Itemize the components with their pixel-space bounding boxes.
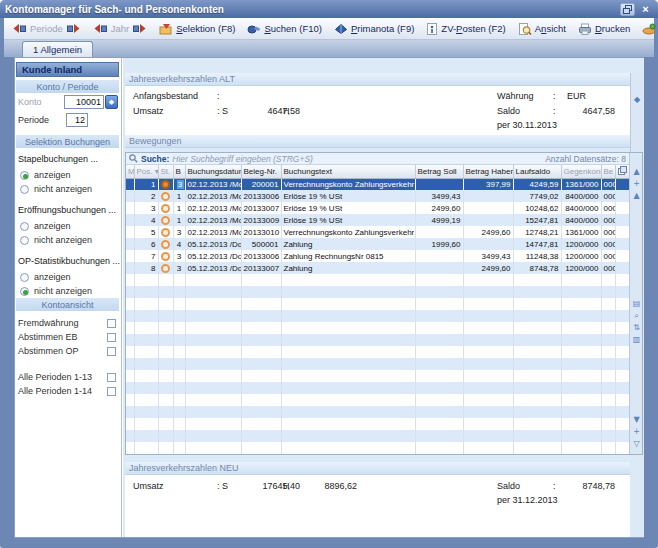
primanota-button[interactable]: Primanota (F9) [330, 22, 418, 36]
table-cell [463, 214, 513, 226]
umsatz-alt-soll-value: 4647,58 [240, 106, 300, 116]
radio-option[interactable]: anzeigen [20, 168, 121, 182]
table-cell: Erlöse 19 % USt [281, 214, 415, 226]
table-row[interactable]: 6405.12.2013 /Do500001Zahlung1999,601474… [126, 238, 629, 250]
add-row-icon[interactable]: + [630, 179, 643, 189]
filter-rows-icon[interactable]: ▥ [630, 335, 643, 345]
checkbox-icon[interactable] [107, 373, 116, 382]
table-cell [415, 358, 463, 370]
column-header[interactable]: St. [158, 165, 173, 178]
periode-forward-button[interactable] [66, 23, 81, 34]
radio-option[interactable]: anzeigen [20, 219, 121, 233]
table-cell: 1200/000 [561, 250, 601, 262]
umsatz-neu-haben-value: 8896,62 [297, 481, 357, 491]
column-header[interactable]: Betrag Soll [415, 165, 463, 178]
table-cell [185, 418, 241, 430]
table-cell [463, 310, 513, 322]
ansicht-button[interactable]: Ansicht [514, 22, 570, 36]
column-header[interactable]: Betrag Haben [463, 165, 513, 178]
radio-icon[interactable] [20, 171, 29, 180]
suchen-button[interactable]: Suchen (F10) [243, 22, 326, 36]
stamp-icon [161, 216, 170, 225]
stamp-icon [161, 204, 170, 213]
scroll-down-icon[interactable]: ▼ [630, 415, 643, 425]
column-header[interactable]: Gegenkonto [561, 165, 601, 178]
periode-input[interactable] [66, 113, 88, 127]
close-window-button[interactable]: × [638, 3, 653, 16]
drucken-button[interactable]: Drucken [574, 22, 634, 36]
table-row[interactable]: 5302.12.2013 /Mo20133010Verrechnungskont… [126, 226, 629, 238]
column-chooser-button[interactable] [615, 165, 629, 178]
radio-option[interactable]: anzeigen [20, 270, 121, 284]
table-row[interactable]: 7305.12.2013 /Do20133006Zahlung Rechnung… [126, 250, 629, 262]
table-cell [173, 370, 185, 382]
column-header[interactable]: Buchungsdatum [185, 165, 241, 178]
scroll-up-icon[interactable]: ▲ [630, 191, 643, 201]
table-cell [561, 322, 601, 334]
table-cell [158, 394, 173, 406]
add-bottom-icon[interactable]: + [630, 427, 643, 437]
table-cell [173, 418, 185, 430]
table-row[interactable]: 4102.12.2013 /Mo20133009Erlöse 19 % USt4… [126, 214, 629, 226]
checkbox-row[interactable]: Alle Perioden 1-13 [18, 370, 116, 384]
scroll-bottom-icon[interactable]: ▽ [630, 439, 643, 449]
restore-window-button[interactable] [620, 3, 635, 16]
table-cell [241, 298, 281, 310]
radio-option[interactable]: nicht anzeigen [20, 284, 121, 298]
sort-icon[interactable]: ⇅ [630, 323, 643, 333]
radio-icon[interactable] [20, 273, 29, 282]
scroll-top-icon[interactable]: ▲ [630, 167, 643, 177]
checkbox-row[interactable]: Fremdwährung [18, 316, 116, 330]
table-cell [513, 394, 561, 406]
radio-icon[interactable] [20, 287, 29, 296]
selektion-button[interactable]: Selektion (F8) [155, 22, 239, 36]
column-header[interactable]: Buchungstext [281, 165, 415, 178]
saldo-alt-value: 4647,58 [553, 106, 615, 116]
column-header[interactable]: M [126, 165, 134, 178]
table-cell [241, 394, 281, 406]
table-row[interactable]: 1302.12.2013 /Mo200001Verrechnungskonto … [126, 178, 629, 190]
zoom-icon[interactable]: ⌕ [630, 311, 643, 321]
table-cell: 000 [601, 250, 615, 262]
column-header[interactable]: Laufsaldo [513, 165, 561, 178]
radio-icon[interactable] [20, 185, 29, 194]
column-header[interactable]: Beleg-Nr. [241, 165, 281, 178]
layout-icon[interactable]: ▤ [630, 299, 643, 309]
column-header[interactable]: Be [601, 165, 615, 178]
checkbox-icon[interactable] [107, 333, 116, 342]
checkbox-icon[interactable] [107, 347, 116, 356]
table-cell [601, 298, 615, 310]
table-row[interactable]: 2102.12.2013 /Mo20133006Erlöse 19 % USt3… [126, 190, 629, 202]
periode-back-button[interactable] [12, 23, 27, 34]
search-input[interactable] [172, 154, 542, 164]
konto-lookup-button[interactable]: ◆ [105, 95, 118, 109]
table-cell [158, 250, 173, 262]
jahr-back-button[interactable] [93, 23, 108, 34]
stamp-icon [161, 240, 170, 249]
radio-icon[interactable] [20, 222, 29, 231]
colon: : [553, 91, 556, 101]
radio-icon[interactable] [20, 236, 29, 245]
checkbox-row[interactable]: Abstimmen EB [18, 330, 116, 344]
column-header[interactable]: Pos. ▾ [134, 165, 158, 178]
table-row[interactable]: 3102.12.2013 /Mo20133007Erlöse 19 % USt2… [126, 202, 629, 214]
column-header[interactable]: B [173, 165, 185, 178]
radio-option[interactable]: nicht anzeigen [20, 233, 121, 247]
table-row[interactable]: 8305.12.2013 /Do20133007Zahlung2499,6087… [126, 262, 629, 274]
checkbox-row[interactable]: Abstimmen OP [18, 344, 116, 358]
checkbox-icon[interactable] [107, 387, 116, 396]
diamond-icon[interactable]: ◆ [631, 95, 643, 104]
checkbox-icon[interactable] [107, 319, 116, 328]
table-cell: 1200/000 [561, 238, 601, 250]
checkbox-row[interactable]: Alle Perioden 1-14 [18, 384, 116, 398]
radio-option[interactable]: nicht anzeigen [20, 182, 121, 196]
konto-input[interactable] [64, 95, 104, 109]
table-cell: 8748,78 [513, 262, 561, 274]
tab-allgemein[interactable]: 1 Allgemein [22, 41, 93, 57]
table-cell [513, 334, 561, 346]
table-cell: 3499,43 [415, 190, 463, 202]
jahr-forward-button[interactable] [132, 23, 147, 34]
zv-posten-button[interactable]: ZV-Posten (F2) [422, 22, 509, 36]
table-cell: 8400/000 [561, 214, 601, 226]
extras-button[interactable]: Extras [638, 22, 658, 36]
